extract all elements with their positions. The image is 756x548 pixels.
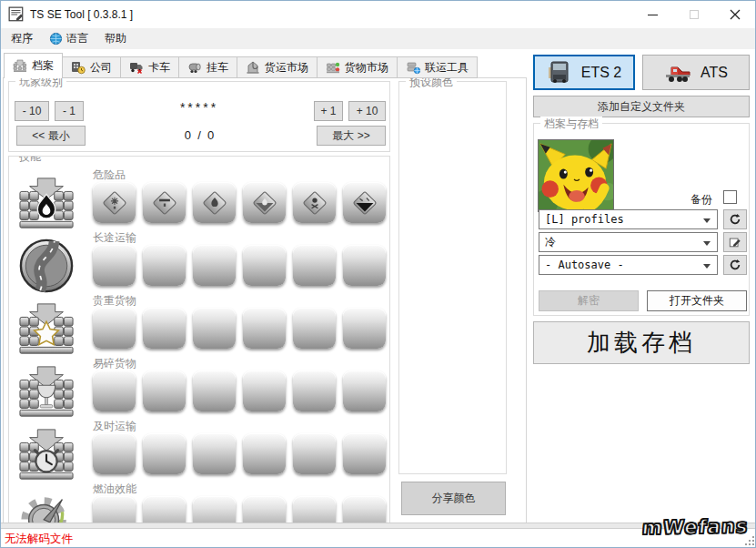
skill-row-label-just-in-time: 及时运输 [93,419,136,434]
open-folder-button[interactable]: 打开文件夹 [647,290,747,311]
skill-button-fragile-cargo-6[interactable] [343,370,386,411]
skill-button-fuel-economy-2[interactable] [143,496,186,523]
backup-label: 备份 [690,192,712,208]
skill-button-long-distance-4[interactable] [243,245,286,286]
tab-freight-market[interactable]: 货运市场 [237,56,318,78]
menu-help[interactable]: 帮助 [96,28,135,49]
level-minus-10-button[interactable]: - 10 [15,101,49,121]
skill-button-long-distance-6[interactable] [343,245,386,286]
level-min-button[interactable]: << 最小 [16,126,86,146]
maximize-icon [690,10,699,19]
globe-icon [49,32,63,46]
skill-button-just-in-time-4[interactable] [243,433,286,474]
ets2-button[interactable]: ETS 2 [533,55,635,90]
edit-profile-button[interactable] [723,232,747,252]
skill-button-fragile-cargo-3[interactable] [193,370,236,411]
skill-row-label-long-distance: 长途运输 [93,230,136,246]
close-button[interactable] [714,1,755,28]
skill-button-hazard-1[interactable] [93,182,136,223]
skill-button-fuel-economy-6[interactable] [343,496,386,523]
ets2-truck-icon [547,60,572,86]
company-tab-icon [71,60,86,75]
chevron-down-icon [703,264,711,269]
menu-language-label: 语言 [66,31,88,46]
skill-button-hazard-6[interactable] [343,182,386,223]
skill-button-fuel-economy-4[interactable] [243,496,286,523]
skills-group: 技能 危险品长途运输贵重货物易碎货物及时运输燃油效能 [8,156,390,523]
tab-trailer[interactable]: 挂车 [179,56,237,78]
profiles-folder-dropdown[interactable]: [L] profiles [539,209,718,229]
skill-button-fragile-cargo-1[interactable] [93,370,136,411]
tab-label: 卡车 [148,60,170,76]
tab-truck[interactable]: 卡车 [121,56,179,78]
tab-intermodal-tools[interactable]: 联运工具 [398,56,478,78]
skill-button-fragile-cargo-5[interactable] [293,370,336,411]
menu-program-label: 程序 [11,31,33,46]
skill-button-valuable-cargo-6[interactable] [343,308,386,349]
skill-button-just-in-time-3[interactable] [193,433,236,474]
skill-button-just-in-time-6[interactable] [343,433,386,474]
watermark: mWefans [641,515,750,539]
player-level-group: 玩家级别 - 10 - 1 ***** + 1 + 10 << 最小 0 / 0… [8,81,390,152]
refresh-icon [729,259,741,271]
resize-grip[interactable] [744,535,755,548]
level-stars: ***** [180,100,218,115]
minimize-button[interactable] [632,1,673,28]
menu-program[interactable]: 程序 [3,28,41,49]
profile-dropdown[interactable]: 冷 [539,232,718,252]
trailer-tab-icon [187,60,202,75]
level-minus-1-button[interactable]: - 1 [55,101,84,121]
app-icon [8,6,25,23]
load-save-button[interactable]: 加载存档 [533,321,750,364]
tab-profile[interactable]: 档案 [4,53,63,78]
skill-button-just-in-time-2[interactable] [143,433,186,474]
skill-button-valuable-cargo-2[interactable] [143,308,186,349]
refresh-profiles-button[interactable] [723,209,747,229]
menu-bar: 程序 语言 帮助 [1,28,755,49]
skill-button-fuel-economy-5[interactable] [293,496,336,523]
skill-button-just-in-time-1[interactable] [93,433,136,474]
backup-checkbox[interactable] [723,190,737,204]
tab-strip: 档案公司卡车挂车货运市场货物市场联运工具 [4,53,478,78]
share-colors-button[interactable]: 分享颜色 [401,482,506,515]
skill-button-valuable-cargo-1[interactable] [93,308,136,349]
level-counter: 0 / 0 [185,128,215,142]
tab-label: 货物市场 [345,60,388,76]
freight-market-tab-icon [246,60,260,75]
skill-button-hazard-2[interactable] [143,182,186,223]
skill-button-just-in-time-5[interactable] [293,433,336,474]
skill-button-long-distance-2[interactable] [143,245,186,286]
tab-cargo-market[interactable]: 货物市场 [318,56,398,78]
skill-button-fuel-economy-3[interactable] [193,496,236,523]
ats-button[interactable]: ATS [642,55,750,90]
skill-button-long-distance-3[interactable] [193,245,236,286]
window-controls [632,1,755,28]
status-message: 无法解码文件 [5,532,73,547]
skill-button-hazard-3[interactable] [193,182,236,223]
level-max-button[interactable]: 最大 >> [317,126,386,146]
skill-button-long-distance-5[interactable] [293,245,336,286]
profile-save-group: 档案与存档 备份 [L] profiles 冷 - Autosave - 解密 … [533,123,750,316]
skill-button-valuable-cargo-3[interactable] [193,308,236,349]
fragile-cargo-skill-icon [18,363,75,420]
profile-avatar [538,139,614,212]
skill-button-hazard-5[interactable] [293,182,336,223]
menu-language[interactable]: 语言 [41,28,96,49]
skill-button-fragile-cargo-4[interactable] [243,370,286,411]
save-dropdown[interactable]: - Autosave - [539,255,718,275]
skill-button-hazard-4[interactable] [243,182,286,223]
level-plus-10-button[interactable]: + 10 [348,101,386,121]
hazard-skill-icon [18,175,75,231]
skills-group-label: 技能 [15,156,45,165]
refresh-saves-button[interactable] [723,255,747,275]
skill-button-valuable-cargo-5[interactable] [293,308,336,349]
skill-button-fragile-cargo-2[interactable] [143,370,186,411]
chevron-down-icon [703,241,711,246]
valuable-cargo-skill-icon [18,300,75,357]
add-custom-folder-button[interactable]: 添加自定义文件夹 [533,96,750,117]
skill-button-fuel-economy-1[interactable] [93,496,136,523]
skill-button-long-distance-1[interactable] [93,245,136,286]
level-plus-1-button[interactable]: + 1 [314,101,343,121]
skill-button-valuable-cargo-4[interactable] [243,308,286,349]
tab-company[interactable]: 公司 [63,56,121,78]
